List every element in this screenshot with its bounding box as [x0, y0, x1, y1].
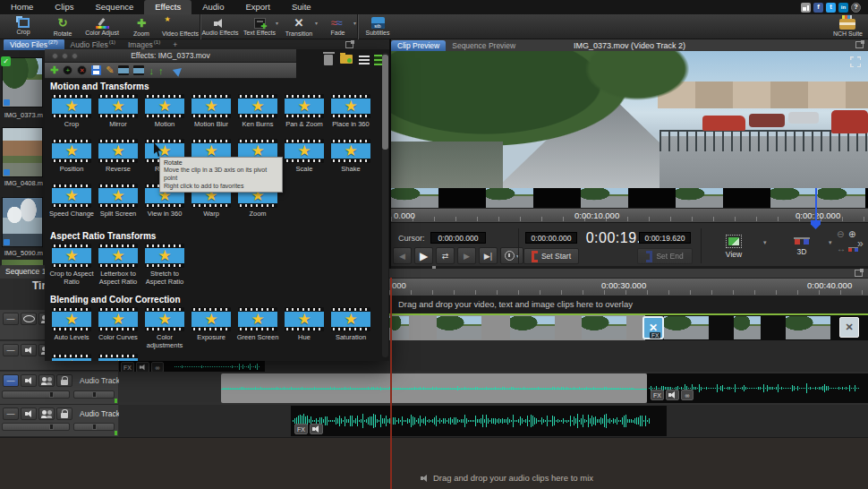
effect-item[interactable]: ★: [48, 354, 95, 361]
list-view-icon[interactable]: [359, 56, 370, 64]
mute-badge[interactable]: [310, 424, 323, 434]
add-effect-icon[interactable]: [50, 64, 58, 77]
remove-effect-icon[interactable]: ✕: [77, 65, 87, 75]
thumbs-up-icon[interactable]: [801, 3, 811, 13]
clip-frame[interactable]: [389, 316, 409, 339]
fx-badge[interactable]: FX: [294, 424, 308, 434]
zoom-out-icon[interactable]: ⊖: [837, 229, 848, 244]
fx-badge[interactable]: FX: [651, 390, 664, 400]
link-badge[interactable]: ∞: [681, 390, 694, 400]
preview-ruler[interactable]: 0.000 0:00:10.000 0:00:20.000: [391, 208, 868, 222]
effect-item[interactable]: ★Pan & Zoom: [281, 94, 328, 139]
menu-item[interactable]: Sequence: [84, 0, 144, 14]
preview-filmstrip[interactable]: [391, 188, 868, 208]
preview-cursor[interactable]: [815, 188, 817, 222]
bin-clip-thumbnail[interactable]: [2, 260, 43, 265]
track-visibility-button[interactable]: [21, 313, 37, 325]
effect-item[interactable]: ★Reverse: [95, 139, 141, 184]
cursor-time-field[interactable]: 0:00:00.000: [430, 232, 486, 244]
move-up-icon[interactable]: [158, 64, 164, 77]
track-mute-button[interactable]: [21, 408, 37, 420]
track-lock-button[interactable]: [56, 408, 72, 420]
skip-to-end-button[interactable]: ▶|: [479, 247, 498, 264]
effect-item[interactable]: ★Green Screen: [234, 307, 281, 354]
3d-dropdown[interactable]: ▾: [829, 239, 832, 246]
audio-drop-zone[interactable]: Drag and drop your audio clips here to m…: [0, 437, 868, 489]
track-pan-slider[interactable]: [73, 423, 115, 431]
menu-item[interactable]: Clips: [44, 0, 84, 14]
video-clip[interactable]: [645, 315, 868, 340]
effect-item[interactable]: ★Mirror: [95, 94, 141, 139]
effect-item[interactable]: ★Auto Levels: [48, 307, 95, 354]
effect-item[interactable]: ★Crop to Aspect Ratio: [48, 244, 95, 292]
effect-item[interactable]: ★Shake: [328, 139, 374, 184]
video-track-2-lane[interactable]: Drag and drop your video, text and image…: [389, 296, 868, 315]
collapse-track-button[interactable]: —: [3, 374, 19, 387]
effect-item[interactable]: ★Scale: [281, 139, 328, 184]
sequence-ruler[interactable]: 000 0:00:30.000 0:00:40.000: [389, 278, 868, 296]
sequence-cursor[interactable]: [390, 278, 392, 489]
open-folder-icon[interactable]: [340, 55, 353, 64]
trash-icon[interactable]: [324, 55, 333, 65]
effect-chain-icon[interactable]: [118, 65, 129, 75]
effect-item[interactable]: ★Color Curves: [95, 307, 141, 354]
toolbar-button[interactable]: Rotate: [43, 14, 82, 39]
effect-item[interactable]: ★Exposure: [188, 307, 234, 354]
effect-item[interactable]: ★Crop: [48, 94, 95, 139]
effect-item[interactable]: ★Stretch to Aspect Ratio: [141, 244, 188, 292]
effect-item[interactable]: ★: [95, 354, 141, 361]
toolbar-button[interactable]: Subtitles: [358, 14, 397, 39]
effect-item[interactable]: ★Hue: [281, 307, 328, 354]
end-time-field[interactable]: 0:00:19.620: [639, 232, 691, 244]
effect-item[interactable]: ★Motion Blur: [188, 94, 234, 139]
step-forward-button[interactable]: ▶: [457, 247, 476, 264]
effect-item[interactable]: ★Ken Burns: [234, 94, 281, 139]
track-group-button[interactable]: [38, 408, 55, 420]
effect-item[interactable]: ★Letterbox to Aspect Ratio: [95, 244, 141, 292]
track-volume-slider[interactable]: [2, 390, 70, 399]
fullscreen-icon[interactable]: [850, 56, 861, 67]
audio-clip[interactable]: FX ∞: [647, 373, 868, 403]
previous-frame-button[interactable]: ◀: [393, 247, 412, 264]
effects-scrollbar[interactable]: [382, 53, 388, 357]
preview-tab[interactable]: Sequence Preview: [446, 40, 522, 51]
collapse-track-button[interactable]: —: [3, 313, 19, 325]
track-mute-button[interactable]: [21, 374, 37, 387]
window-close-icon[interactable]: [52, 53, 58, 59]
track-lock-button[interactable]: [56, 374, 72, 387]
playback-speed-button[interactable]: ▾: [500, 247, 523, 264]
track-pan-slider[interactable]: [73, 390, 115, 399]
menu-item[interactable]: Home: [0, 0, 44, 14]
toolbar-button[interactable]: Crop: [4, 14, 43, 39]
transition-icon[interactable]: ✕: [839, 317, 859, 338]
effect-chain-icon[interactable]: [133, 65, 144, 75]
clip-frame[interactable]: [582, 316, 626, 339]
effect-item[interactable]: ★Split Screen: [95, 184, 141, 228]
start-time-field[interactable]: 0:00:00.000: [525, 232, 577, 244]
help-icon[interactable]: ?: [851, 3, 861, 13]
linkedin-icon[interactable]: in: [838, 3, 848, 13]
track-group-button[interactable]: [38, 374, 55, 387]
popout-icon[interactable]: [345, 41, 353, 48]
set-start-button[interactable]: Set Start: [523, 248, 579, 264]
bin-clip-thumbnail[interactable]: ✓: [2, 57, 43, 107]
view-button[interactable]: View: [706, 227, 762, 266]
apply-effect-icon[interactable]: [173, 64, 184, 76]
track-mute-button[interactable]: [21, 344, 37, 356]
fx-badge[interactable]: FX: [650, 332, 660, 339]
effect-item[interactable]: ★Motion: [141, 94, 188, 139]
menu-item[interactable]: Audio: [191, 0, 234, 14]
clip-frame[interactable]: [437, 316, 481, 339]
effect-item[interactable]: ★Position: [48, 139, 95, 184]
popout-icon[interactable]: [855, 41, 864, 48]
nch-suite-button[interactable]: NCH Suite: [833, 16, 863, 37]
audio-clip[interactable]: [221, 373, 647, 403]
facebook-icon[interactable]: f: [813, 3, 823, 13]
window-zoom-icon[interactable]: [72, 53, 78, 59]
effect-item[interactable]: ★Place in 360: [328, 94, 374, 139]
effects-window-titlebar[interactable]: Effects: IMG_0373.mov: [45, 49, 296, 63]
save-template-icon[interactable]: [91, 65, 101, 75]
more-controls-chevron[interactable]: »: [857, 237, 864, 250]
loop-button[interactable]: ⇄: [436, 247, 455, 264]
toolbar-button[interactable]: Transition: [279, 14, 319, 39]
